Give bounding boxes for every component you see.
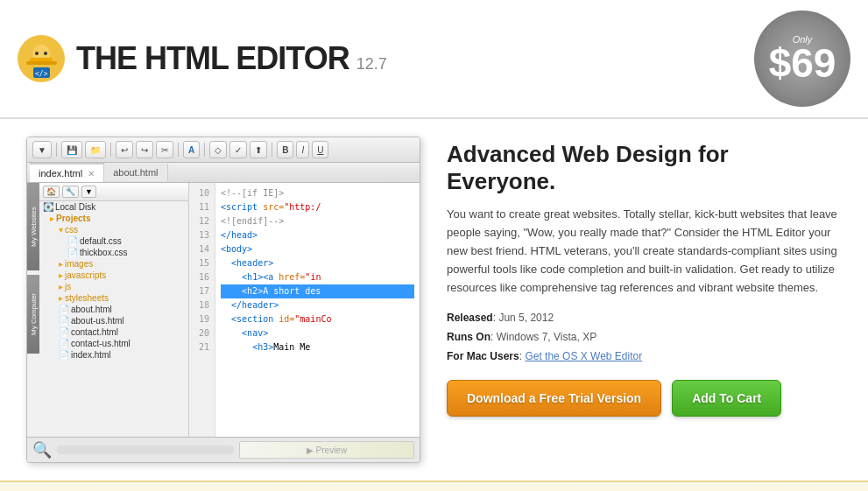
file-tree-panel: My Websites My Computer 🏠 🔧 ▼ 💽 — [27, 183, 189, 437]
toolbar-sep-4 — [204, 143, 205, 157]
header-left: </> THE HTML EDITOR12.7 — [18, 35, 387, 83]
toolbar-sep-1 — [56, 143, 57, 157]
images-folder[interactable]: ▸ images — [39, 258, 188, 270]
svg-text:</>: </> — [35, 70, 48, 78]
app-icon: </> — [18, 35, 66, 83]
toolbar-save-btn[interactable]: 💾 — [61, 141, 82, 158]
code-line-10: <!--[if IE]> — [221, 186, 414, 200]
code-line-12: <![endif]--> — [221, 214, 414, 228]
right-content: Advanced Web Design for Everyone. You wa… — [447, 137, 842, 417]
zoom-icon[interactable]: 🔍 — [32, 440, 52, 459]
file-icon-3: 📄 — [59, 305, 69, 314]
toolbar-redo-btn[interactable]: ↪ — [136, 141, 153, 158]
sidebar-btn-1[interactable]: 🏠 — [43, 186, 60, 198]
app-version: 12.7 — [356, 55, 387, 73]
tab-about-label: about.html — [113, 167, 158, 178]
download-trial-button[interactable]: Download a Free Trial Version — [447, 380, 661, 417]
my-websites-label[interactable]: My Websites — [27, 183, 39, 270]
toolbar-bold-btn[interactable]: B — [277, 141, 293, 158]
folder-open-icon: ▾ — [59, 225, 63, 235]
javascripts-folder[interactable]: ▸ javascripts — [39, 270, 188, 281]
code-line-21: <h3>Main Me — [221, 340, 414, 354]
toolbar-sep-2 — [110, 143, 111, 157]
preview-pane: ▶ Preview — [239, 441, 414, 459]
tabs-bar: index.html ✕ about.html — [27, 163, 420, 183]
index-html-file[interactable]: 📄 index.html — [39, 349, 188, 361]
editor-screenshot: ▼ 💾 📁 ↩ ↪ ✂ A ◇ ✓ ⬆ B I U index.html ✕ — [26, 137, 420, 463]
code-line-13: </head> — [221, 228, 414, 242]
toolbar-validate-btn[interactable]: ✓ — [229, 141, 247, 158]
main-content: ▼ 💾 📁 ↩ ↪ ✂ A ◇ ✓ ⬆ B I U index.html ✕ — [0, 119, 868, 480]
description-text: You want to create great websites. Total… — [447, 206, 842, 297]
css-folder[interactable]: ▾ css — [39, 224, 188, 235]
file-icon-4: 📄 — [59, 316, 69, 326]
toolbar-undo-btn[interactable]: ↩ — [116, 141, 133, 158]
contact-us-html-file[interactable]: 📄 contact-us.html — [39, 338, 188, 349]
code-line-19: <section id="mainCo — [221, 312, 414, 326]
horizontal-scrollbar[interactable] — [57, 445, 234, 454]
toolbar-file-btn[interactable]: ▼ — [32, 141, 52, 158]
action-buttons: Download a Free Trial Version Add To Car… — [447, 380, 842, 417]
code-line-14: <body> — [221, 242, 414, 256]
code-line-16: <h1><a href="in — [221, 270, 414, 284]
toolbar-italic-btn[interactable]: I — [296, 141, 309, 158]
svg-point-4 — [35, 52, 39, 55]
toolbar-tag-btn[interactable]: ◇ — [209, 141, 227, 158]
about-html-file[interactable]: 📄 about.html — [39, 304, 188, 315]
runs-on-row: Runs On: Windows 7, Vista, XP — [447, 328, 842, 347]
file-tree: 🏠 🔧 ▼ 💽 Local Disk ▸ Projects — [39, 183, 188, 361]
for-mac-row: For Mac Users: Get the OS X Web Editor — [447, 347, 842, 367]
editor-body: My Websites My Computer 🏠 🔧 ▼ 💽 — [27, 183, 420, 437]
editor-toolbar: ▼ 💾 📁 ↩ ↪ ✂ A ◇ ✓ ⬆ B I U — [27, 137, 420, 163]
stylesheets-folder[interactable]: ▸ stylesheets — [39, 292, 188, 304]
local-disk-item: 💽 Local Disk — [39, 201, 188, 213]
code-editor-panel[interactable]: 10 11 12 13 14 15 16 17 18 19 20 21 <!--… — [189, 183, 420, 437]
js-folder[interactable]: ▸ js — [39, 281, 188, 292]
app-title-group: THE HTML EDITOR12.7 — [76, 40, 387, 77]
add-to-cart-button[interactable]: Add To Cart — [672, 380, 781, 417]
tab-index-html[interactable]: index.html ✕ — [30, 163, 104, 182]
folder-icon-ss: ▸ — [59, 293, 63, 303]
toolbar-cut-btn[interactable]: ✂ — [156, 141, 173, 158]
code-line-11: <script src="http:/ — [221, 200, 414, 214]
file-icon-6: 📄 — [59, 339, 69, 348]
meta-info: Released: Jun 5, 2012 Runs On: Windows 7… — [447, 309, 842, 366]
toolbar-underline-btn[interactable]: U — [312, 141, 328, 158]
released-row: Released: Jun 5, 2012 — [447, 309, 842, 328]
sidebar-btn-3[interactable]: ▼ — [81, 186, 96, 198]
released-value: Jun 5, 2012 — [498, 312, 554, 324]
my-computer-label[interactable]: My Computer — [27, 275, 39, 354]
default-css-file[interactable]: 📄 default.css — [39, 235, 188, 247]
for-mac-label: For Mac Users — [447, 350, 519, 362]
code-line-15: <header> — [221, 256, 414, 270]
code-line-18: </header> — [221, 298, 414, 312]
about-us-html-file[interactable]: 📄 about-us.html — [39, 315, 188, 326]
file-icon-5: 📄 — [59, 327, 69, 337]
price-badge: Only $69 — [754, 11, 850, 107]
folder-icon-js1: ▸ — [59, 270, 63, 280]
sidebar-toolbar: 🏠 🔧 ▼ — [39, 183, 188, 201]
tab-index-label: index.html — [39, 168, 82, 179]
toolbar-sep-3 — [178, 143, 179, 157]
sidebar-btn-2[interactable]: 🔧 — [62, 186, 79, 198]
preview-hint: ▶ Preview — [307, 445, 347, 455]
contact-html-file[interactable]: 📄 contact.html — [39, 326, 188, 338]
code-line-20: <nav> — [221, 326, 414, 340]
toolbar-text-btn[interactable]: A — [183, 141, 200, 158]
mac-link[interactable]: Get the OS X Web Editor — [525, 350, 642, 362]
code-content[interactable]: <!--[if IE]> <script src="http:/ <![endi… — [215, 183, 420, 437]
price-value: $69 — [769, 43, 836, 83]
tab-about-html[interactable]: about.html — [104, 164, 167, 181]
file-icon-2: 📄 — [67, 248, 78, 257]
projects-folder[interactable]: ▸ Projects — [39, 213, 188, 224]
folder-icon-js2: ▸ — [59, 282, 63, 291]
toolbar-open-btn[interactable]: 📁 — [85, 141, 106, 158]
toolbar-upload-btn[interactable]: ⬆ — [250, 141, 267, 158]
app-header: </> THE HTML EDITOR12.7 Only $69 — [0, 0, 868, 119]
folder-icon: ▸ — [50, 214, 54, 223]
disk-icon: 💽 — [43, 202, 53, 212]
thickbox-css-file[interactable]: 📄 thickbox.css — [39, 247, 188, 258]
file-icon-7: 📄 — [59, 350, 69, 360]
tab-close-index[interactable]: ✕ — [88, 169, 95, 179]
app-title: THE HTML EDITOR — [76, 40, 349, 76]
